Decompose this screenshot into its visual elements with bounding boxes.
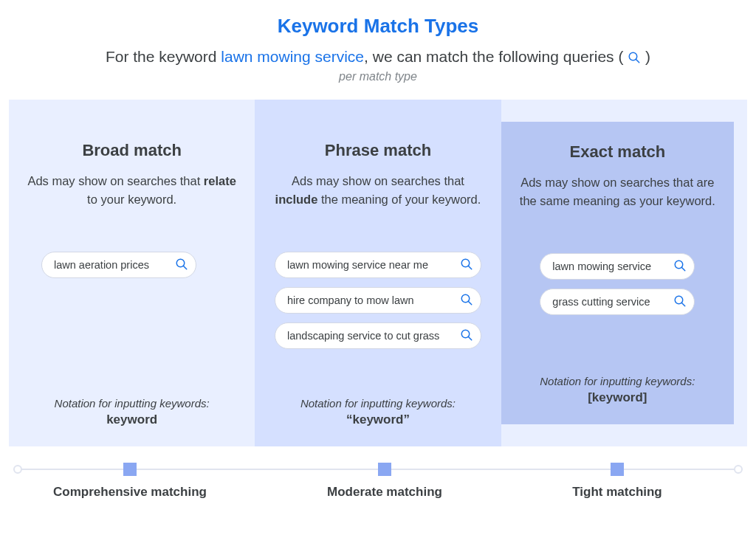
scale-end-right bbox=[734, 465, 743, 474]
exact-pills: lawn mowing service grass cutting servic… bbox=[518, 253, 718, 367]
search-icon bbox=[460, 258, 473, 273]
phrase-desc: Ads may show on searches that include th… bbox=[271, 172, 484, 229]
col-phrase: Phrase match Ads may show on searches th… bbox=[255, 100, 501, 446]
phrase-notation-value: “keyword” bbox=[346, 412, 410, 427]
scale-label-mid: Moderate matching bbox=[327, 485, 442, 500]
phrase-heading: Phrase match bbox=[325, 141, 431, 160]
subtitle-post: , we can match the following queries ( bbox=[364, 48, 628, 65]
exact-notation-value: [keyword] bbox=[588, 390, 647, 405]
query-pill: lawn mowing service near me bbox=[275, 252, 481, 278]
query-text: lawn mowing service bbox=[552, 260, 673, 272]
scale-marker-right bbox=[611, 463, 624, 476]
col-broad: Broad match Ads may show on searches tha… bbox=[9, 100, 255, 446]
query-text: grass cutting service bbox=[552, 296, 673, 308]
svg-line-5 bbox=[468, 266, 472, 269]
query-pill: landscaping service to cut grass bbox=[275, 322, 481, 349]
query-pill: lawn mowing service bbox=[540, 253, 695, 280]
query-text: hire company to mow lawn bbox=[287, 294, 460, 306]
broad-heading: Broad match bbox=[82, 141, 181, 160]
broad-pills: lawn aeration prices bbox=[25, 252, 238, 390]
broad-desc: Ads may show on searches that relate to … bbox=[25, 172, 238, 229]
svg-line-7 bbox=[468, 301, 472, 305]
scale-label-left: Comprehensive matching bbox=[53, 485, 207, 500]
search-icon bbox=[673, 294, 687, 310]
scale-label-right: Tight matching bbox=[572, 485, 662, 500]
exact-desc: Ads may show on searches that are the sa… bbox=[518, 173, 718, 231]
col-exact: Exact match Ads may show on searches tha… bbox=[501, 122, 734, 424]
scale-marker-mid bbox=[378, 463, 391, 476]
query-pill: hire company to mow lawn bbox=[275, 287, 481, 314]
search-icon bbox=[460, 328, 473, 344]
svg-line-11 bbox=[682, 267, 686, 271]
query-pill: lawn aeration prices bbox=[41, 252, 196, 278]
search-icon bbox=[628, 51, 641, 64]
query-text: landscaping service to cut grass bbox=[287, 330, 460, 342]
exact-notation-label: Notation for inputting keywords: bbox=[540, 375, 695, 387]
exact-heading: Exact match bbox=[570, 142, 666, 162]
query-text: lawn mowing service near me bbox=[287, 259, 460, 271]
subtitle-keyword: lawn mowing service bbox=[221, 48, 364, 65]
search-icon bbox=[673, 259, 687, 274]
search-icon bbox=[175, 258, 188, 273]
subtitle: For the keyword lawn mowing service, we … bbox=[9, 48, 747, 66]
page-title: Keyword Match Types bbox=[9, 15, 747, 38]
scale-end-left bbox=[13, 465, 22, 474]
scale-marker-left bbox=[123, 463, 137, 476]
subtitle-end: ) bbox=[641, 48, 650, 65]
per-match-type: per match type bbox=[9, 70, 747, 83]
query-text: lawn aeration prices bbox=[54, 259, 175, 271]
phrase-notation-label: Notation for inputting keywords: bbox=[300, 397, 456, 410]
match-panel: Broad match Ads may show on searches tha… bbox=[9, 100, 747, 446]
search-icon bbox=[460, 293, 473, 308]
svg-line-1 bbox=[636, 59, 640, 63]
svg-line-9 bbox=[468, 336, 472, 340]
subtitle-pre: For the keyword bbox=[106, 48, 221, 65]
query-pill: grass cutting service bbox=[540, 289, 695, 315]
phrase-pills: lawn mowing service near me hire company… bbox=[271, 252, 484, 390]
scale: Comprehensive matching Moderate matching… bbox=[9, 463, 747, 507]
svg-line-13 bbox=[682, 303, 686, 306]
svg-line-3 bbox=[183, 266, 187, 269]
broad-notation-label: Notation for inputting keywords: bbox=[55, 397, 210, 410]
broad-notation-value: keyword bbox=[106, 412, 157, 427]
